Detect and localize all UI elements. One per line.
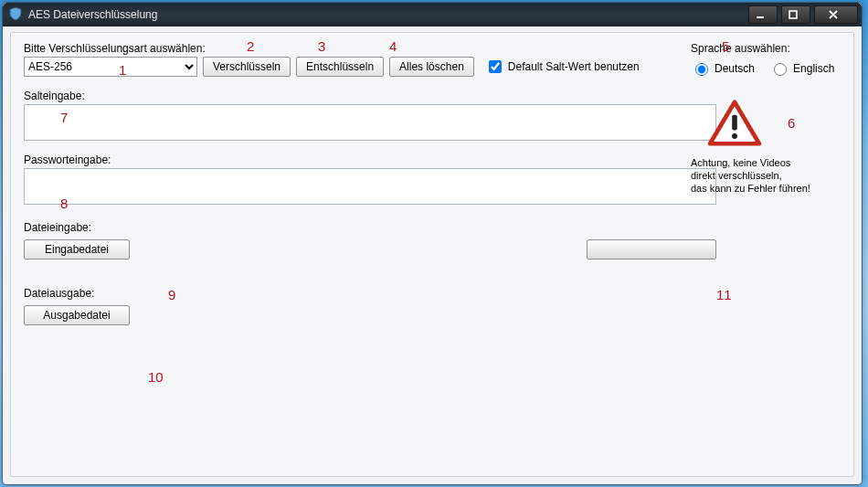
app-window: AES Dateiverschlüsselung Bitte Verschlüs… xyxy=(2,2,863,485)
encryption-type-select[interactable]: AES-256 xyxy=(24,57,197,77)
file-output-label: Dateiausgabe: xyxy=(24,287,841,300)
warning-box: Achtung, keine Videos direkt verschlüsse… xyxy=(691,100,844,195)
output-file-button[interactable]: Ausgabedatei xyxy=(24,305,130,325)
svg-rect-0 xyxy=(757,16,764,18)
decrypt-button[interactable]: Entschlüsseln xyxy=(296,57,384,77)
password-label: Passworteingabe: xyxy=(24,154,716,166)
language-en-option[interactable]: Englisch xyxy=(769,60,834,76)
window-buttons xyxy=(748,5,858,24)
language-de-option[interactable]: Deutsch xyxy=(691,60,755,76)
language-de-radio[interactable] xyxy=(695,63,708,76)
client-area: Bitte Verschlüsselungsart auswählen: AES… xyxy=(10,32,854,477)
progress-bar xyxy=(587,239,716,259)
maximize-button[interactable] xyxy=(781,5,810,24)
titlebar: AES Dateiverschlüsselung xyxy=(3,3,862,26)
password-block: Passworteingabe: xyxy=(24,154,716,205)
language-radio-group: Deutsch Englisch xyxy=(691,60,844,76)
default-salt-label: Default Salt-Wert benutzen xyxy=(508,60,640,73)
warning-icon xyxy=(707,100,762,147)
close-button[interactable] xyxy=(814,5,858,24)
minimize-button[interactable] xyxy=(748,5,778,24)
clear-all-button[interactable]: Alles löschen xyxy=(389,57,474,77)
svg-rect-2 xyxy=(732,115,737,131)
shield-icon xyxy=(8,6,28,24)
svg-rect-1 xyxy=(789,11,797,18)
window-title: AES Dateiverschlüsselung xyxy=(28,8,157,21)
default-salt-checkbox[interactable] xyxy=(489,60,502,73)
salt-input[interactable] xyxy=(24,104,716,141)
salt-block: Salteingabe: xyxy=(24,90,716,141)
file-output-block: Dateiausgabe: Ausgabedatei xyxy=(24,287,841,325)
language-label: Sprache auswählen: xyxy=(691,42,844,55)
right-column: Sprache auswählen: Deutsch Englisch xyxy=(691,42,844,195)
input-file-button[interactable]: Eingabedatei xyxy=(24,239,130,259)
annotation-10: 10 xyxy=(148,369,164,385)
encrypt-button[interactable]: Verschlüsseln xyxy=(203,57,291,77)
password-input[interactable] xyxy=(24,168,716,205)
salt-label: Salteingabe: xyxy=(24,90,716,102)
language-en-radio[interactable] xyxy=(774,63,787,76)
file-input-label: Dateieingabe: xyxy=(24,221,841,234)
warning-text: Achtung, keine Videos direkt verschlüsse… xyxy=(691,156,844,195)
default-salt-checkbox-wrap[interactable]: Default Salt-Wert benutzen xyxy=(485,58,640,76)
svg-point-3 xyxy=(732,133,737,139)
file-input-block: Dateieingabe: Eingabedatei xyxy=(24,221,841,259)
